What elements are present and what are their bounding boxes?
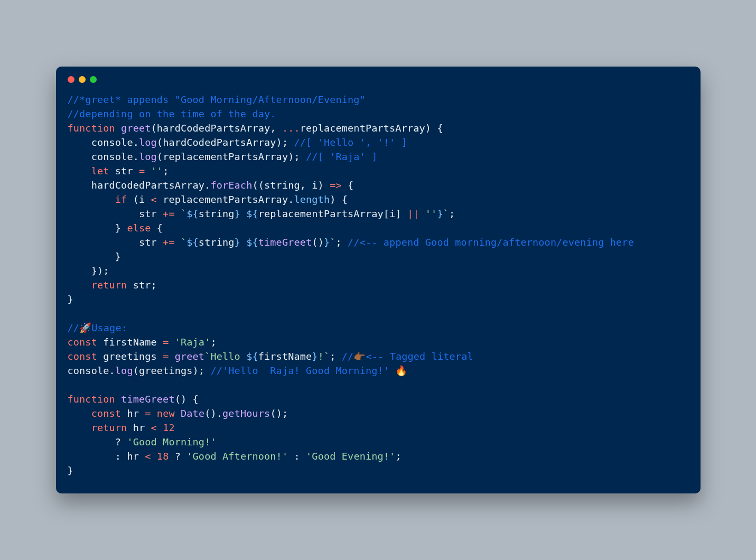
code-token: ${ (186, 208, 199, 219)
code-token (157, 422, 163, 433)
code-token: firstName (97, 337, 163, 348)
code-token: } (235, 237, 240, 248)
code-token: greet (115, 123, 151, 134)
code-token: ` (175, 208, 187, 219)
code-comment: //👉🏾<-- Tagged literal (342, 351, 473, 362)
code-token: += (163, 237, 175, 248)
code-token: ; (395, 451, 401, 462)
code-token: ` (443, 208, 449, 219)
code-comment: //[ 'Raja' ] (306, 151, 377, 162)
code-window: //*greet* appends "Good Morning/Afternoo… (56, 67, 701, 493)
code-token: ` (175, 237, 187, 248)
code-token: console. (68, 365, 115, 376)
code-token (68, 194, 115, 205)
code-token: let (91, 165, 109, 176)
code-token: ${ (246, 237, 258, 248)
code-token: log (115, 365, 133, 376)
code-token: greetings (97, 351, 163, 362)
code-comment: //🚀Usage: (68, 322, 127, 333)
code-token: console. (68, 151, 139, 162)
code-token: ${ (186, 237, 199, 248)
code-token: += (163, 208, 175, 219)
code-token: ... (282, 123, 300, 134)
code-token: 'Good Evening!' (306, 451, 395, 462)
code-token: log (139, 137, 157, 148)
code-token: (hardCodedPartsArray, (151, 123, 282, 134)
code-token: (); (270, 408, 288, 419)
window-controls (68, 76, 689, 83)
code-token: length (294, 194, 330, 205)
code-token: ; (330, 351, 342, 362)
code-token: hardCodedPartsArray. (68, 180, 211, 191)
code-token: str (68, 208, 163, 219)
code-token: (greetings); (133, 365, 211, 376)
code-token: } (437, 208, 443, 219)
code-token: function (68, 123, 115, 134)
code-token: replacementPartsArray. (157, 194, 294, 205)
code-token: !` (318, 351, 330, 362)
code-token: replacementPartsArray) { (300, 123, 443, 134)
code-token: greet (169, 351, 204, 362)
code-token: }); (68, 265, 109, 276)
code-token (151, 451, 157, 462)
code-token: < (151, 422, 157, 433)
code-token: ((string, i) (252, 180, 330, 191)
code-token: string (199, 237, 235, 248)
code-token: = (163, 337, 169, 348)
code-token: return (91, 279, 127, 291)
code-token: 'Good Morning!' (127, 436, 216, 447)
code-token: hr (127, 422, 151, 433)
code-token: const (91, 408, 121, 419)
code-token: < (145, 451, 151, 462)
code-token: const (68, 351, 97, 362)
code-token: { (151, 222, 163, 234)
code-token: ) { (330, 194, 348, 205)
code-token: 'Raja' (169, 337, 210, 348)
code-token: firstName (258, 351, 312, 362)
code-token: const (68, 337, 97, 348)
maximize-icon[interactable] (90, 76, 97, 83)
code-token (68, 408, 91, 419)
code-token: (). (204, 408, 222, 419)
code-token: `Hello (204, 351, 246, 362)
code-token: 12 (163, 422, 175, 433)
code-token (68, 422, 91, 433)
code-comment: //depending on the time of the day. (68, 108, 276, 119)
code-token: string (199, 208, 235, 219)
code-token: ; (449, 208, 455, 219)
code-token: } (68, 294, 73, 305)
code-token: timeGreet (258, 237, 312, 248)
code-token: } (312, 351, 318, 362)
code-token: 'Good Afternoon!' (186, 451, 288, 462)
code-token: function (68, 394, 115, 405)
code-token: { (342, 180, 354, 191)
code-token: if (115, 194, 127, 205)
code-token: return (91, 422, 127, 433)
code-token: () (312, 237, 324, 248)
code-token: log (139, 151, 157, 162)
code-token: } (68, 465, 73, 476)
code-token: } (235, 208, 240, 219)
code-token: || (407, 208, 419, 219)
code-token (68, 165, 91, 176)
code-comment: //*greet* appends "Good Morning/Afternoo… (68, 94, 366, 105)
code-token (151, 408, 157, 419)
close-icon[interactable] (68, 76, 74, 83)
code-token: (i (127, 194, 151, 205)
minimize-icon[interactable] (79, 76, 86, 83)
code-token: ; (163, 165, 169, 176)
code-token: : (288, 451, 306, 462)
code-token: ? (169, 451, 186, 462)
code-comment: //'Hello Raja! Good Morning!' 🔥 (210, 365, 407, 376)
code-comment: //<-- append Good morning/afternoon/even… (348, 237, 634, 248)
code-token: console. (68, 137, 139, 148)
code-token: } (324, 237, 330, 248)
code-token: else (127, 222, 151, 234)
code-token: = (163, 351, 169, 362)
code-token: = (145, 408, 151, 419)
code-token: () { (175, 394, 199, 405)
code-token: ; (336, 237, 348, 248)
code-token: forEach (210, 180, 252, 191)
code-token: hr (121, 408, 145, 419)
code-token: = (139, 165, 145, 176)
